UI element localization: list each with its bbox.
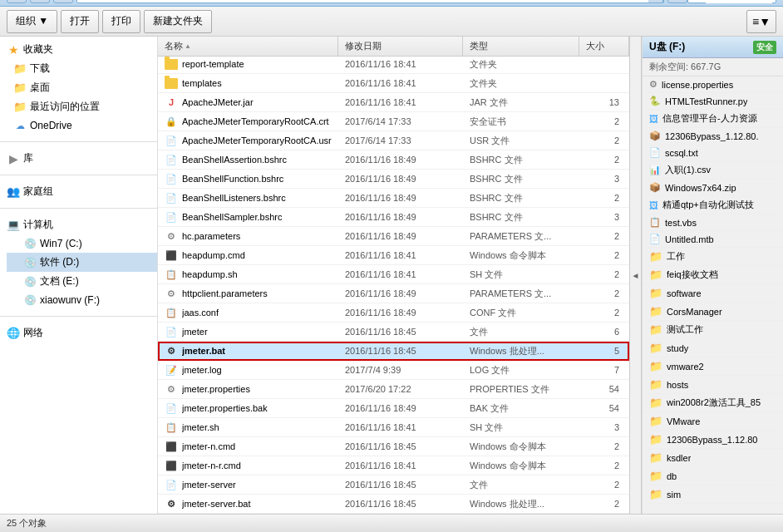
- organize-button[interactable]: 组织 ▼: [7, 10, 57, 33]
- table-row[interactable]: 📄 jmeter 2016/11/16 18:45 文件 6: [158, 323, 629, 342]
- sidebar-item-e[interactable]: 💿 文档 (E:): [7, 272, 157, 291]
- right-panel-item[interactable]: 📄 scsql.txt: [643, 145, 783, 161]
- breadcrumb-d[interactable]: 软件 (D:): [123, 0, 162, 1]
- right-panel-folder[interactable]: 📁 software: [643, 284, 783, 303]
- file-type-cell: Windows 批处理...: [463, 342, 579, 360]
- table-row[interactable]: ⬛ heapdump.cmd 2016/11/16 18:41 Windows …: [158, 246, 629, 265]
- homegroup-icon: 👥: [7, 185, 20, 199]
- file-date-cell: 2016/11/16 18:45: [338, 343, 463, 358]
- right-item-label: Untitled.mtb: [665, 234, 714, 244]
- right-item-icon: 📄: [649, 234, 661, 244]
- table-row[interactable]: ⚙ jmeter.properties 2017/6/20 17:22 PROP…: [158, 380, 629, 399]
- table-row[interactable]: J ApacheJMeter.jar 2016/11/16 18:41 JAR …: [158, 93, 629, 112]
- file-icon-bak: 📄: [165, 401, 178, 415]
- table-row[interactable]: 📋 heapdump.sh 2016/11/16 18:41 SH 文件 2: [158, 265, 629, 284]
- right-panel-folder[interactable]: 📁 12306Bypass_1.12.80: [643, 431, 783, 449]
- table-row[interactable]: 📄 BeanShellListeners.bshrc 2016/11/16 18…: [158, 189, 629, 208]
- table-row[interactable]: ⚙ jmeter.bat 2016/11/16 18:45 Windows 批处…: [158, 342, 629, 361]
- table-row[interactable]: 📄 BeanShellAssertion.bshrc 2016/11/16 18…: [158, 150, 629, 170]
- right-folder-label: win2008r2激活工具_85: [667, 397, 761, 409]
- right-panel-item[interactable]: 🐍 HTMLTestRunner.py: [643, 93, 783, 110]
- computer-header[interactable]: 💻 计算机: [0, 215, 157, 234]
- right-panel-folder[interactable]: 📁 hosts: [643, 376, 783, 394]
- table-row[interactable]: 📝 jmeter.log 2017/7/4 9:39 LOG 文件 7: [158, 361, 629, 380]
- up-button[interactable]: ▲: [53, 0, 73, 3]
- file-size-cell: 2: [579, 458, 629, 473]
- table-row[interactable]: 📄 BeanShellFunction.bshrc 2016/11/16 18:…: [158, 170, 629, 189]
- library-header[interactable]: ▶ 库: [0, 149, 157, 168]
- right-panel-folder[interactable]: 📁 sim: [643, 485, 783, 504]
- panel-divider[interactable]: ◄: [629, 37, 642, 514]
- table-row[interactable]: ⚙ httpclient.parameters 2016/11/16 18:49…: [158, 284, 629, 303]
- homegroup-header[interactable]: 👥 家庭组: [0, 182, 157, 201]
- file-icon-log: 📝: [165, 363, 178, 377]
- right-panel-item[interactable]: 🖼 信息管理平台-人力资源: [643, 110, 783, 128]
- sidebar-item-d[interactable]: 💿 软件 (D:): [7, 253, 157, 272]
- right-panel-folder[interactable]: 📁 feiq接收文档: [643, 266, 783, 284]
- folder-icon: 📁: [13, 81, 27, 95]
- open-button[interactable]: 打开: [61, 10, 99, 33]
- network-header[interactable]: 🌐 网络: [0, 323, 157, 342]
- search-input[interactable]: [706, 0, 772, 3]
- table-row[interactable]: templates 2016/11/16 18:41 文件夹: [158, 74, 629, 93]
- table-row[interactable]: 📄 jmeter-server 2016/11/16 18:45 文件 2: [158, 475, 629, 495]
- breadcrumb-computer[interactable]: 计算机: [81, 0, 111, 1]
- right-panel-folder[interactable]: 📁 VMware: [643, 412, 783, 431]
- file-name: jmeter-server: [182, 480, 236, 490]
- table-row[interactable]: 📋 jaas.conf 2016/11/16 18:49 CONF 文件 2: [158, 303, 629, 323]
- print-button[interactable]: 打印: [102, 10, 140, 33]
- file-name-cell: ⬛ jmeter-n-r.cmd: [158, 456, 338, 475]
- right-panel-folder[interactable]: 📁 工作: [643, 248, 783, 266]
- right-item-label: scsql.txt: [665, 148, 698, 158]
- right-panel-item[interactable]: 🖼 精通qtp+自动化测试技: [643, 196, 783, 214]
- right-panel-folder[interactable]: 📁 win2008r2激活工具_85: [643, 394, 783, 412]
- file-icon-jar: J: [165, 96, 178, 109]
- table-row[interactable]: report-template 2016/11/16 18:41 文件夹: [158, 57, 629, 74]
- sidebar-item-onedrive[interactable]: ☁ OneDrive: [7, 116, 157, 135]
- right-panel-item[interactable]: ⚙ license.properties: [643, 76, 783, 93]
- right-panel-item[interactable]: 📊 入职(1).csv: [643, 161, 783, 180]
- forward-button[interactable]: ►: [30, 0, 50, 3]
- right-panel-item[interactable]: 📦 Windows7x64.zip: [643, 180, 783, 196]
- right-panel-folder[interactable]: 📁 CorsManager: [643, 303, 783, 321]
- right-panel-folder[interactable]: 📁 ksdler: [643, 449, 783, 467]
- file-date-cell: 2016/11/16 18:49: [338, 286, 463, 301]
- table-row[interactable]: 📄 BeanShellSampler.bshrc 2016/11/16 18:4…: [158, 208, 629, 227]
- table-row[interactable]: ⬛ jmeter-n-r.cmd 2016/11/16 18:41 Window…: [158, 456, 629, 475]
- sidebar-item-desktop[interactable]: 📁 桌面: [7, 78, 157, 97]
- right-panel-item[interactable]: 📋 test.vbs: [643, 214, 783, 231]
- right-panel-item[interactable]: 📄 Untitled.mtb: [643, 231, 783, 248]
- sidebar-item-f[interactable]: 💿 xiaowunv (F:): [7, 291, 157, 309]
- table-row[interactable]: ⚙ hc.parameters 2016/11/16 18:49 PARAMET…: [158, 227, 629, 246]
- table-row[interactable]: 📋 jmeter.sh 2016/11/16 18:41 SH 文件 3: [158, 418, 629, 437]
- file-name-cell: 📋 jaas.conf: [158, 303, 338, 322]
- table-row[interactable]: 📄 jmeter.properties.bak 2016/11/16 18:49…: [158, 399, 629, 418]
- back-button[interactable]: ◄: [7, 0, 27, 3]
- header-type[interactable]: 类型: [463, 37, 579, 56]
- view-button[interactable]: ≡▼: [746, 10, 776, 33]
- right-panel-folder[interactable]: 📁 vmware2: [643, 357, 783, 376]
- table-row[interactable]: ⚙ jmeter-server.bat 2016/11/16 18:45 Win…: [158, 495, 629, 514]
- sidebar-item-download[interactable]: 📁 下载: [7, 59, 157, 78]
- file-size-cell: 2: [579, 229, 629, 244]
- header-date[interactable]: 修改日期: [338, 37, 463, 56]
- right-panel-item[interactable]: 📦 12306Bypass_1.12.80.: [643, 128, 783, 145]
- right-panel-folder[interactable]: 📁 study: [643, 339, 783, 357]
- sidebar-item-c[interactable]: 💿 Win7 (C:): [7, 234, 157, 253]
- breadcrumb-dropdown[interactable]: ▼: [648, 0, 663, 3]
- file-type-cell: PROPERTIES 文件: [463, 381, 579, 398]
- table-row[interactable]: ⬛ jmeter-n.cmd 2016/11/16 18:45 Windows …: [158, 437, 629, 456]
- right-folder-label: vmware2: [667, 362, 704, 372]
- right-folder-label: feiq接收文档: [667, 268, 718, 281]
- refresh-button[interactable]: ↻: [667, 0, 687, 3]
- right-panel-folder[interactable]: 📁 db: [643, 467, 783, 485]
- new-folder-button[interactable]: 新建文件夹: [144, 10, 212, 33]
- header-name[interactable]: 名称 ▲: [158, 37, 338, 56]
- table-row[interactable]: 📄 ApacheJMeterTemporaryRootCA.usr 2017/6…: [158, 131, 629, 150]
- sidebar-item-recent[interactable]: 📁 最近访问的位置: [7, 97, 157, 116]
- search-area: 🔍: [687, 0, 776, 3]
- table-row[interactable]: 🔒 ApacheJMeterTemporaryRootCA.crt 2017/6…: [158, 112, 629, 131]
- header-size[interactable]: 大小: [579, 37, 629, 56]
- right-panel-folder[interactable]: 📁 测试工作: [643, 321, 783, 339]
- right-folder-label: 12306Bypass_1.12.80: [667, 435, 757, 445]
